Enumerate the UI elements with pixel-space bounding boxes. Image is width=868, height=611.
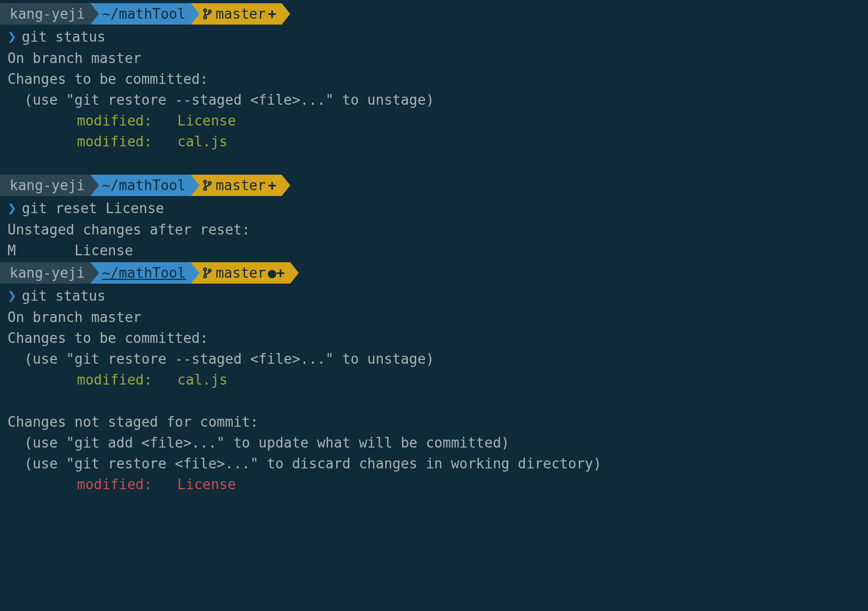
command-input-line[interactable]: ❯ git status xyxy=(0,285,868,307)
git-branch-icon xyxy=(203,267,212,279)
git-dirty-indicator: + xyxy=(268,4,276,25)
git-dirty-indicator: ●+ xyxy=(268,263,284,284)
modified-label: modified: xyxy=(77,476,177,492)
modified-label: modified: xyxy=(77,113,177,129)
prompt-branch-segment: master + xyxy=(191,175,282,196)
svg-point-1 xyxy=(204,16,207,19)
shell-prompt: kang-yeji ~/mathTool master + xyxy=(0,3,868,25)
prompt-branch: master xyxy=(215,263,266,284)
svg-point-8 xyxy=(208,269,211,272)
prompt-user-segment: kang-yeji xyxy=(0,3,90,25)
git-branch-icon xyxy=(203,8,212,20)
modified-label: modified: xyxy=(77,372,177,388)
command-input-line[interactable]: ❯ git reset License xyxy=(0,197,868,220)
svg-point-3 xyxy=(204,181,207,183)
prompt-caret-icon: ❯ xyxy=(7,26,17,48)
chevron-right-icon xyxy=(90,262,99,284)
unstaged-file-line: modified: License xyxy=(0,474,868,495)
blank-line xyxy=(0,152,868,174)
prompt-path-segment: ~/mathTool xyxy=(90,262,191,284)
chevron-right-icon xyxy=(290,262,299,284)
prompt-branch: master xyxy=(215,175,266,196)
svg-point-7 xyxy=(204,275,207,278)
prompt-user-segment: kang-yeji xyxy=(0,175,90,196)
file-name: cal.js xyxy=(177,372,228,388)
command-text: git status xyxy=(22,286,106,307)
output-line: (use "git restore --staged <file>..." to… xyxy=(0,90,868,111)
prompt-caret-icon: ❯ xyxy=(7,285,17,307)
prompt-user-segment: kang-yeji xyxy=(0,262,90,284)
prompt-branch-segment: master + xyxy=(191,3,282,25)
git-branch-icon xyxy=(203,179,212,191)
git-dirty-indicator: + xyxy=(268,175,276,196)
command-text: git reset License xyxy=(22,198,164,219)
output-line: Changes not staged for commit: xyxy=(0,412,868,433)
prompt-user: kang-yeji xyxy=(10,4,85,25)
chevron-right-icon xyxy=(90,175,99,196)
output-line: On branch master xyxy=(0,48,868,69)
prompt-user: kang-yeji xyxy=(10,263,85,284)
prompt-branch: master xyxy=(215,4,266,25)
blank-line xyxy=(0,390,868,412)
staged-file-line: modified: License xyxy=(0,111,868,131)
output-line: M License xyxy=(0,240,868,261)
output-line: (use "git restore --staged <file>..." to… xyxy=(0,349,868,370)
shell-prompt: kang-yeji ~/mathTool master + xyxy=(0,175,868,196)
command-text: git status xyxy=(22,27,106,48)
modified-label: modified: xyxy=(77,134,177,150)
prompt-path-segment: ~/mathTool xyxy=(90,175,191,196)
file-name: License xyxy=(177,113,236,129)
prompt-path: ~/mathTool xyxy=(102,263,186,284)
output-line: Unstaged changes after reset: xyxy=(0,220,868,240)
prompt-user: kang-yeji xyxy=(10,175,85,196)
svg-point-4 xyxy=(204,187,207,190)
chevron-right-icon xyxy=(191,3,199,25)
chevron-right-icon xyxy=(282,175,290,196)
svg-point-5 xyxy=(208,182,211,184)
chevron-right-icon xyxy=(90,3,99,25)
chevron-right-icon xyxy=(191,175,199,196)
chevron-right-icon xyxy=(282,3,290,25)
staged-file-line: modified: cal.js xyxy=(0,370,868,390)
chevron-right-icon xyxy=(191,262,199,284)
prompt-caret-icon: ❯ xyxy=(7,197,17,220)
file-name: License xyxy=(177,476,236,492)
shell-prompt: kang-yeji ~/mathTool master ●+ xyxy=(0,262,868,284)
command-input-line[interactable]: ❯ git status xyxy=(0,26,868,48)
output-line: Changes to be committed: xyxy=(0,69,868,90)
prompt-path-segment: ~/mathTool xyxy=(90,3,191,25)
file-name: cal.js xyxy=(177,134,228,150)
staged-file-line: modified: cal.js xyxy=(0,131,868,152)
output-line: On branch master xyxy=(0,307,868,328)
output-line: (use "git restore <file>..." to discard … xyxy=(0,453,868,474)
prompt-path: ~/mathTool xyxy=(102,175,186,196)
prompt-branch-segment: master ●+ xyxy=(191,262,290,284)
output-line: Changes to be committed: xyxy=(0,328,868,349)
svg-point-6 xyxy=(204,268,207,271)
prompt-path: ~/mathTool xyxy=(102,4,186,25)
output-line: (use "git add <file>..." to update what … xyxy=(0,433,868,453)
svg-point-2 xyxy=(208,10,211,13)
svg-point-0 xyxy=(204,9,207,12)
